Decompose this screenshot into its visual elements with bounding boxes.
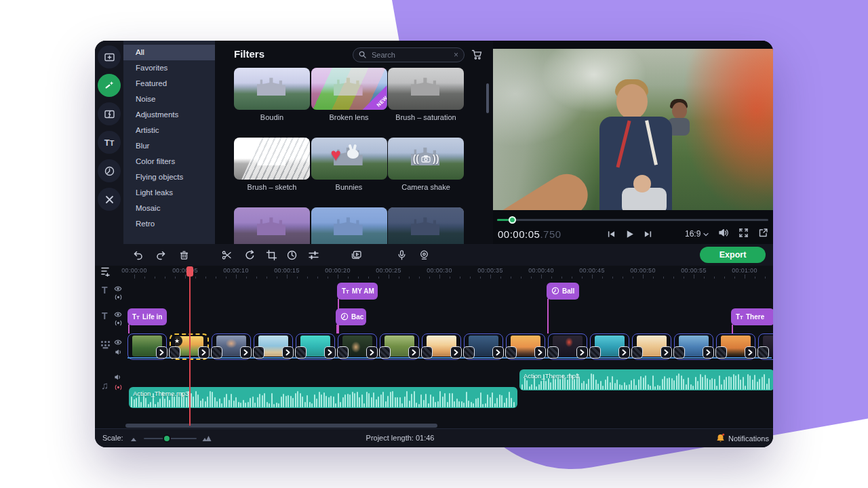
- fullscreen-icon[interactable]: [738, 228, 749, 241]
- clip-properties-button[interactable]: [351, 249, 362, 261]
- search-box[interactable]: ×: [353, 47, 465, 62]
- filter-item-boudin[interactable]: Boudin: [234, 68, 310, 121]
- filter-item[interactable]: [388, 207, 464, 244]
- title-clip-there[interactable]: TTThere: [731, 308, 773, 325]
- category-item-all[interactable]: All: [123, 45, 215, 60]
- transition-marker[interactable]: [492, 346, 517, 359]
- previous-frame-button[interactable]: [607, 230, 616, 239]
- audio-clip-2[interactable]: Action_Theme.mp3: [129, 387, 517, 408]
- filter-item-brush-saturation[interactable]: Brush – saturation: [388, 68, 464, 121]
- transition-marker[interactable]: [576, 346, 601, 359]
- track-link-icon[interactable]: [115, 317, 122, 329]
- title-clip-connector: [732, 325, 733, 333]
- ruler-label: 00:00:55: [673, 267, 714, 274]
- category-item-flying-objects[interactable]: Flying objects: [123, 169, 215, 185]
- filter-item[interactable]: [311, 207, 387, 244]
- track-mute-icon[interactable]: [115, 346, 122, 359]
- category-item-noise[interactable]: Noise: [123, 92, 215, 107]
- transition-marker[interactable]: [408, 346, 433, 359]
- panel-title: Filters: [234, 48, 264, 60]
- play-button[interactable]: [625, 229, 635, 239]
- timeline-scrollbar[interactable]: [125, 424, 437, 428]
- title-clip-bac[interactable]: Bac: [336, 308, 366, 325]
- category-item-blur[interactable]: Blur: [123, 138, 215, 154]
- volume-button[interactable]: [718, 228, 729, 241]
- preview-seekbar[interactable]: [497, 219, 768, 221]
- transition-marker[interactable]: [198, 346, 222, 359]
- category-item-adjustments[interactable]: Adjustments: [123, 107, 215, 123]
- ruler-label: 00:00:50: [623, 267, 663, 274]
- filter-item-broken-lens[interactable]: NEWBroken lens: [311, 68, 387, 121]
- filters-tab-button[interactable]: [98, 74, 121, 97]
- record-audio-button[interactable]: [396, 249, 408, 261]
- color-adjustments-button[interactable]: [286, 249, 298, 261]
- title-clip-life-in[interactable]: TTLife in: [127, 308, 167, 325]
- stickers-icon: [104, 165, 115, 177]
- filter-item-camera-shake[interactable]: (())Camera shake: [388, 138, 464, 191]
- transition-marker[interactable]: [745, 346, 769, 359]
- titles-tab-button[interactable]: TT: [98, 131, 121, 154]
- track-link-icon[interactable]: [115, 291, 122, 304]
- more-tools-button[interactable]: [98, 188, 121, 211]
- title-clip-my-am[interactable]: TTMY AM: [337, 283, 378, 300]
- category-item-light-leaks[interactable]: Light leaks: [123, 185, 215, 201]
- settings-sliders-button[interactable]: [308, 249, 319, 261]
- playhead-handle[interactable]: [186, 266, 193, 277]
- preview-controls: 00:00:05.750 16:9: [493, 224, 773, 244]
- title-clip-ball[interactable]: Ball: [547, 283, 579, 300]
- category-item-retro[interactable]: Retro: [123, 216, 215, 232]
- transition-marker[interactable]: [660, 346, 685, 359]
- transition-marker[interactable]: [366, 346, 391, 359]
- next-frame-button[interactable]: [644, 230, 652, 239]
- delete-button[interactable]: [178, 249, 190, 261]
- aspect-ratio-select[interactable]: 16:9: [685, 229, 709, 239]
- clear-search-icon[interactable]: ×: [454, 51, 458, 59]
- transition-marker[interactable]: [534, 346, 559, 359]
- category-item-featured[interactable]: Featured: [123, 76, 215, 92]
- filters-scrollbar[interactable]: [486, 83, 489, 113]
- undo-button[interactable]: [132, 249, 144, 261]
- title-clip-label: Ball: [562, 287, 574, 295]
- category-item-color-filters[interactable]: Color filters: [123, 154, 215, 169]
- stickers-tab-button[interactable]: [98, 159, 121, 182]
- magic-wand-icon: [104, 80, 115, 92]
- transition-marker[interactable]: [240, 346, 264, 359]
- detach-player-icon[interactable]: [758, 228, 768, 241]
- seekbar-knob[interactable]: [509, 216, 516, 224]
- transition-marker[interactable]: [156, 346, 180, 359]
- transition-marker[interactable]: [450, 346, 475, 359]
- filter-label: Broken lens: [311, 113, 387, 121]
- transition-marker[interactable]: [618, 346, 643, 359]
- zoom-in-icon[interactable]: [202, 435, 212, 443]
- rotate-button[interactable]: [244, 249, 256, 261]
- transition-marker[interactable]: [703, 346, 727, 359]
- app-window: TT AllFavoritesFeaturedNoiseAdjustmentsA…: [95, 41, 773, 447]
- audio-clip-1[interactable]: Action_Theme.mp3: [519, 369, 773, 390]
- transitions-tab-button[interactable]: [98, 102, 121, 125]
- redo-button[interactable]: [155, 249, 167, 261]
- scale-slider-knob[interactable]: [163, 434, 171, 443]
- zoom-out-icon[interactable]: [130, 435, 137, 443]
- filter-item-brush-sketch[interactable]: Brush – sketch: [234, 138, 310, 191]
- video-preview[interactable]: [493, 49, 773, 210]
- filter-item-bunnies[interactable]: ♥Bunnies: [311, 138, 387, 191]
- split-scissors-button[interactable]: [221, 249, 233, 261]
- crop-button[interactable]: [266, 249, 277, 261]
- transition-arrow-icon: [408, 346, 420, 359]
- webcam-capture-button[interactable]: [418, 249, 430, 261]
- store-cart-icon[interactable]: [471, 49, 483, 63]
- search-input[interactable]: [370, 50, 450, 60]
- filter-item[interactable]: [234, 207, 310, 244]
- timeline-ruler[interactable]: 00:00:0000:00:0500:00:1000:00:1500:00:20…: [95, 266, 773, 279]
- transition-arrow-icon: [198, 346, 210, 359]
- import-media-button[interactable]: [98, 45, 121, 68]
- track-link-icon[interactable]: [115, 382, 122, 394]
- category-item-mosaic[interactable]: Mosaic: [123, 201, 215, 216]
- category-item-artistic[interactable]: Artistic: [123, 123, 215, 138]
- category-item-favorites[interactable]: Favorites: [123, 60, 215, 76]
- transition-marker[interactable]: [324, 346, 349, 359]
- transition-marker[interactable]: [282, 346, 307, 359]
- export-button[interactable]: Export: [700, 247, 766, 263]
- notifications-button[interactable]: Notifications: [716, 433, 769, 444]
- title-clip-label: Life in: [142, 313, 162, 321]
